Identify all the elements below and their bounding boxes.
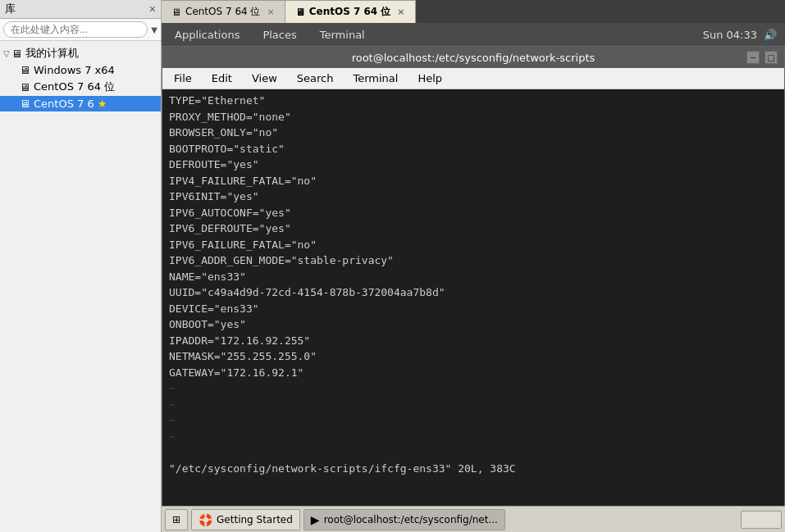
tree-item-win7[interactable]: 🖥 Windows 7 x64 bbox=[0, 62, 161, 78]
show-desktop-button[interactable]: ⊞ bbox=[165, 509, 188, 530]
terminal-titlebar: root@localhost:/etc/sysconfig/network-sc… bbox=[162, 47, 784, 68]
sysbar-places[interactable]: Places bbox=[258, 27, 301, 43]
tab-icon: 🖥 bbox=[295, 7, 305, 18]
star-icon: ★ bbox=[98, 98, 107, 110]
minimize-button[interactable]: ─ bbox=[746, 51, 760, 64]
tree-item-label: 我的计算机 bbox=[25, 46, 79, 61]
tab-centos64-2[interactable]: 🖥 CentOS 7 64 位 × bbox=[285, 0, 416, 23]
tree-item-label: CentOS 7 6 bbox=[34, 98, 94, 110]
sysbar-applications[interactable]: Applications bbox=[170, 27, 244, 43]
vm-icon: 🖥 bbox=[20, 64, 30, 76]
menu-search[interactable]: Search bbox=[290, 70, 340, 86]
tab-icon: 🖥 bbox=[171, 7, 181, 18]
menu-terminal[interactable]: Terminal bbox=[346, 70, 404, 86]
tree-item-centos7[interactable]: 🖥 CentOS 7 6 ★ bbox=[0, 96, 161, 111]
vm-icon: 🖥 bbox=[20, 81, 30, 93]
tab-centos64-1[interactable]: 🖥 CentOS 7 64 位 × bbox=[162, 0, 285, 23]
taskbar-right-area bbox=[741, 511, 782, 529]
tab-label: CentOS 7 64 位 bbox=[185, 5, 260, 19]
menu-edit[interactable]: Edit bbox=[205, 70, 239, 86]
maximize-button[interactable]: □ bbox=[764, 51, 778, 64]
tab-label: CentOS 7 64 位 bbox=[309, 5, 391, 19]
computer-icon: 🖥 bbox=[11, 48, 22, 60]
help-icon: 🛟 bbox=[199, 513, 212, 526]
task-label: root@localhost:/etc/sysconfig/net... bbox=[324, 514, 498, 525]
left-panel: 库 × ▼ ▽ 🖥 我的计算机 🖥 Windows 7 x64 🖥 CentOS… bbox=[0, 0, 162, 532]
volume-icon[interactable]: 🔊 bbox=[764, 29, 777, 41]
panel-header: 库 × bbox=[0, 0, 161, 19]
sysbar-status: Sun 04:33 🔊 bbox=[703, 29, 777, 41]
tree-item-centos64[interactable]: 🖥 CentOS 7 64 位 bbox=[0, 78, 161, 96]
desktop-icon: ⊞ bbox=[172, 514, 180, 525]
menu-help[interactable]: Help bbox=[411, 70, 449, 86]
terminal-task[interactable]: ▶ root@localhost:/etc/sysconfig/net... bbox=[304, 509, 505, 530]
file-tree: ▽ 🖥 我的计算机 🖥 Windows 7 x64 🖥 CentOS 7 64 … bbox=[0, 41, 161, 532]
system-bar: Applications Places Terminal Sun 04:33 🔊 bbox=[162, 23, 785, 46]
bottom-taskbar: ⊞ 🛟 Getting Started ▶ root@localhost:/et… bbox=[162, 506, 785, 532]
terminal-title: root@localhost:/etc/sysconfig/network-sc… bbox=[352, 52, 596, 64]
menu-view[interactable]: View bbox=[245, 70, 284, 86]
vm-icon: 🖥 bbox=[20, 98, 30, 110]
terminal-window: root@localhost:/etc/sysconfig/network-sc… bbox=[162, 46, 785, 509]
expand-icon: ▽ bbox=[3, 49, 10, 58]
menu-file[interactable]: File bbox=[167, 70, 199, 86]
panel-title: 库 bbox=[5, 2, 16, 16]
tab-bar: 🖥 CentOS 7 64 位 × 🖥 CentOS 7 64 位 × bbox=[162, 0, 785, 23]
sysbar-terminal[interactable]: Terminal bbox=[315, 27, 370, 43]
getting-started-task[interactable]: 🛟 Getting Started bbox=[191, 509, 300, 530]
search-input[interactable] bbox=[3, 21, 148, 38]
task-label: Getting Started bbox=[217, 514, 293, 525]
panel-close-button[interactable]: × bbox=[149, 3, 156, 15]
search-dropdown-icon[interactable]: ▼ bbox=[151, 25, 157, 34]
tree-item-label: CentOS 7 64 位 bbox=[34, 80, 115, 94]
tree-item-mypc[interactable]: ▽ 🖥 我的计算机 bbox=[0, 44, 161, 62]
terminal-icon: ▶ bbox=[311, 513, 320, 526]
sysbar-menu: Applications Places Terminal bbox=[170, 27, 703, 43]
tab-close-button[interactable]: × bbox=[397, 7, 404, 17]
search-bar: ▼ bbox=[0, 19, 161, 41]
tree-item-label: Windows 7 x64 bbox=[34, 64, 115, 76]
tab-close-button[interactable]: × bbox=[267, 7, 274, 17]
terminal-menubar: File Edit View Search Terminal Help bbox=[162, 68, 784, 89]
titlebar-buttons: ─ □ bbox=[746, 51, 778, 64]
terminal-content[interactable]: TYPE="Ethernet" PROXY_METHOD="none" BROW… bbox=[162, 89, 784, 508]
system-time: Sun 04:33 bbox=[703, 29, 757, 41]
